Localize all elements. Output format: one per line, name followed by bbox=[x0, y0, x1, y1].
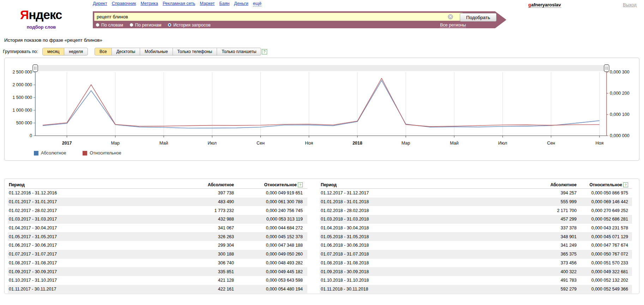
cell-absolute: 421 128 bbox=[165, 278, 234, 283]
right-axis-tick-label: 0,000 100 bbox=[610, 112, 630, 117]
table-header-row: ПериодАбсолютноеОтносительное? bbox=[320, 181, 632, 189]
cell-period: 01.01.2017 - 31.01.2017 bbox=[8, 199, 165, 204]
page-title: История показов по фразе «рецепт блинов» bbox=[4, 37, 102, 43]
cell-absolute: 1 773 232 bbox=[165, 208, 234, 213]
top-nav: ДиректСправочникМетрикаРекламная сетьМар… bbox=[93, 1, 261, 6]
x-axis-tick-label: Сен bbox=[257, 141, 265, 146]
table-header-row: ПериодАбсолютноеОтносительное? bbox=[8, 181, 307, 189]
cell-absolute: 483 490 bbox=[165, 199, 234, 204]
cell-period: 01.04.2017 - 30.04.2017 bbox=[8, 225, 165, 230]
top-nav-link[interactable]: Рекламная сеть bbox=[163, 1, 195, 6]
cell-period: 01.08.2018 - 31.08.2018 bbox=[320, 260, 525, 265]
logo-rest: ндекс bbox=[29, 8, 62, 22]
search-mode-radio[interactable]: По регионам bbox=[130, 23, 161, 28]
cell-relative: 0,000 061 300 788 bbox=[234, 199, 303, 204]
x-axis-tick-label: Июл bbox=[208, 141, 217, 146]
search-mode-group: По словамПо регионамИстория запросов bbox=[96, 22, 211, 28]
table-row: 01.09.2017 - 30.09.2017335 8510,000 049 … bbox=[8, 267, 307, 276]
table-row: 01.11.2017 - 30.11.2017422 1610,000 054 … bbox=[8, 285, 307, 294]
device-filter-button[interactable]: Только телефоны bbox=[173, 48, 217, 55]
search-mode-label: По регионам bbox=[135, 23, 161, 28]
search-input[interactable] bbox=[94, 13, 463, 21]
search-mode-radio[interactable]: По словам bbox=[96, 23, 123, 28]
help-icon[interactable]: ? bbox=[298, 182, 303, 187]
group-by-button[interactable]: неделя bbox=[64, 48, 88, 55]
cell-relative: 0,000 045 071 129 bbox=[577, 234, 628, 239]
series-line-absolute bbox=[43, 81, 600, 128]
cell-period: 01.12.2017 - 31.12.2017 bbox=[320, 190, 525, 195]
radio-button-icon bbox=[168, 23, 171, 27]
cell-period: 01.05.2018 - 31.05.2018 bbox=[320, 234, 525, 239]
history-table-left: ПериодАбсолютноеОтносительное?01.12.2016… bbox=[8, 181, 307, 293]
top-nav-link[interactable]: Деньги bbox=[234, 1, 248, 6]
help-icon[interactable]: ? bbox=[623, 182, 628, 187]
column-header-period: Период bbox=[320, 182, 525, 187]
cell-relative: 0,000 045 152 378 bbox=[234, 234, 303, 239]
cell-relative: 0,000 050 866 975 bbox=[577, 190, 628, 195]
cell-absolute: 341 249 bbox=[525, 243, 577, 248]
cell-absolute: 299 304 bbox=[165, 243, 234, 248]
device-filter-button[interactable]: Десктопы bbox=[112, 48, 140, 55]
cell-relative: 0,000 047 348 188 bbox=[234, 243, 303, 248]
all-regions-link[interactable]: Все регионы bbox=[440, 23, 466, 28]
table-row: 01.03.2017 - 31.03.2017432 9880,000 053 … bbox=[8, 215, 307, 224]
wordstat-home-link[interactable]: подбор слов bbox=[20, 24, 62, 30]
table-row: 01.03.2018 - 31.03.2018457 2990,000 052 … bbox=[320, 215, 632, 224]
search-mode-radio[interactable]: История запросов bbox=[168, 23, 210, 28]
cell-absolute: 422 161 bbox=[165, 287, 234, 292]
table-row: 01.01.2017 - 31.01.2017483 4900,000 061 … bbox=[8, 198, 307, 206]
cell-period: 01.11.2018 - 30.11.2018 bbox=[320, 287, 525, 292]
device-filter-button[interactable]: Мобильные bbox=[140, 48, 173, 55]
cell-absolute: 335 851 bbox=[165, 269, 234, 274]
cell-relative: 0,000 270 649 252 bbox=[577, 208, 628, 213]
cell-period: 01.07.2017 - 31.07.2017 bbox=[8, 252, 165, 257]
logout-link[interactable]: Выход bbox=[623, 2, 637, 7]
cell-absolute: 365 375 bbox=[525, 252, 577, 257]
cell-period: 01.03.2018 - 31.03.2018 bbox=[320, 217, 525, 222]
x-axis-tick-label: Мар bbox=[402, 141, 410, 146]
device-filter-button[interactable]: Все bbox=[95, 48, 112, 55]
cell-relative: 0,000 043 231 578 bbox=[577, 225, 628, 230]
table-row: 01.07.2018 - 31.07.2018365 3750,000 050 … bbox=[320, 250, 632, 259]
chart-panel: 2017МарМайИюлСенНоя2018МарМайИюлСенНоя05… bbox=[4, 58, 639, 161]
top-nav-link[interactable]: Метрика bbox=[140, 1, 158, 6]
device-filter-button[interactable]: Только планшеты bbox=[217, 48, 261, 55]
cell-relative: 0,000 049 445 182 bbox=[234, 269, 303, 274]
yandex-logo[interactable]: Яндекс bbox=[20, 8, 62, 22]
table-row: 01.01.2018 - 31.01.2018555 9990,000 069 … bbox=[320, 198, 632, 206]
x-axis-tick-label: Ноя bbox=[305, 141, 313, 146]
submit-button[interactable]: Подобрать bbox=[460, 13, 496, 22]
cell-absolute: 348 901 bbox=[525, 234, 577, 239]
table-row: 01.10.2018 - 31.10.2018491 7830,000 052 … bbox=[320, 276, 632, 285]
cell-period: 01.05.2017 - 31.05.2017 bbox=[8, 234, 165, 239]
cell-absolute: 400 322 bbox=[525, 269, 577, 274]
cell-relative: 0,000 044 684 272 bbox=[234, 225, 303, 230]
top-nav-link[interactable]: Маркет bbox=[200, 1, 215, 6]
top-nav-link[interactable]: ещё bbox=[253, 1, 261, 6]
cell-absolute: 2 171 700 bbox=[525, 208, 577, 213]
legend-label: Абсолютное bbox=[41, 151, 66, 156]
top-nav-link[interactable]: Справочник bbox=[112, 1, 136, 6]
cell-period: 01.06.2018 - 30.06.2018 bbox=[320, 243, 525, 248]
x-axis-tick-label: 2017 bbox=[62, 141, 72, 146]
legend-label: Относительное bbox=[90, 151, 121, 156]
top-nav-link[interactable]: Директ bbox=[93, 1, 107, 6]
cell-period: 01.04.2018 - 30.04.2018 bbox=[320, 225, 525, 230]
group-by-label: Группировать по: bbox=[3, 49, 38, 54]
clear-input-icon[interactable]: ✕ bbox=[448, 14, 453, 19]
range-slider-handle-left[interactable] bbox=[33, 65, 38, 72]
username-link[interactable]: gafneryaroslav bbox=[528, 2, 561, 8]
x-axis-tick-label: Мар bbox=[111, 141, 120, 146]
top-nav-link[interactable]: Баян bbox=[219, 1, 230, 6]
x-axis-tick-label: Ноя bbox=[595, 141, 603, 146]
legend-swatch-absolute bbox=[34, 151, 38, 156]
cell-period: 01.10.2018 - 31.10.2018 bbox=[320, 278, 525, 283]
group-by-button[interactable]: месяц bbox=[42, 48, 64, 55]
cell-absolute: 306 740 bbox=[165, 260, 234, 265]
help-icon[interactable]: ? bbox=[262, 49, 267, 54]
table-row: 01.09.2018 - 30.09.2018400 3220,000 049 … bbox=[320, 267, 632, 276]
range-slider-track[interactable] bbox=[35, 65, 607, 71]
left-axis-tick-label: 2 500 000 bbox=[12, 70, 32, 75]
range-slider-handle-right[interactable] bbox=[604, 65, 609, 72]
cell-period: 01.10.2017 - 31.10.2017 bbox=[8, 278, 165, 283]
